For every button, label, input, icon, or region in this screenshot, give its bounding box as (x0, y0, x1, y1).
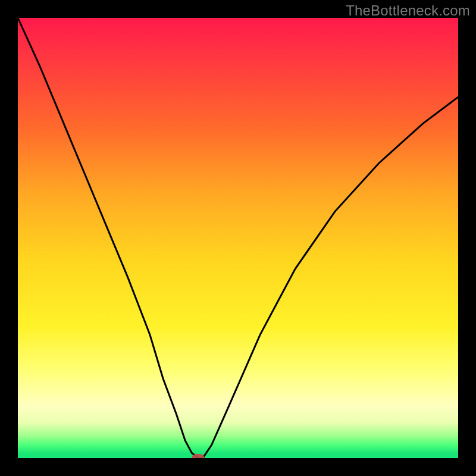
bottleneck-curve (18, 18, 458, 458)
minimum-marker (192, 454, 205, 458)
curve-path (18, 18, 458, 458)
plot-area (18, 18, 458, 458)
watermark-text: TheBottleneck.com (346, 2, 470, 19)
chart-frame: TheBottleneck.com (0, 0, 476, 476)
